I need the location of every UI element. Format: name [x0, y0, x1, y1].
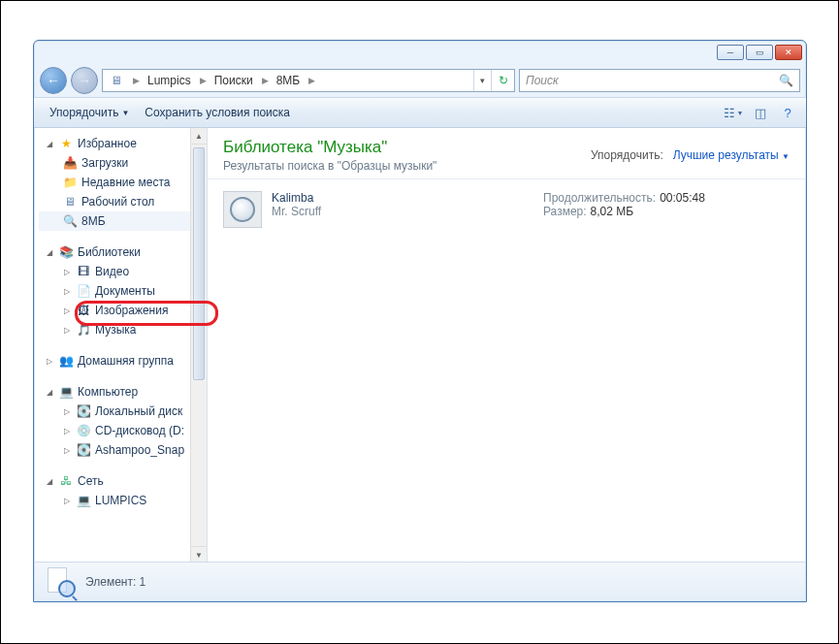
sidebar-favorites[interactable]: ◢★Избранное [39, 134, 190, 153]
sidebar-video[interactable]: ▷🎞Видео [39, 262, 190, 281]
help-button[interactable]: ? [777, 103, 798, 122]
disk-icon: 💽 [76, 403, 91, 419]
sidebar-desktop[interactable]: 🖥Рабочий стол [39, 192, 190, 211]
sidebar-network[interactable]: ◢🖧Сеть [39, 471, 190, 491]
status-text: Элемент: 1 [85, 575, 145, 589]
sidebar-computer[interactable]: ◢💻Компьютер [39, 382, 190, 402]
search-scope-label: Результаты поиска в "Образцы музыки" [223, 159, 591, 173]
status-bar: Элемент: 1 [35, 562, 805, 600]
organize-menu[interactable]: Упорядочить ▼ [42, 102, 137, 123]
chevron-right-icon: ▶ [260, 76, 271, 85]
network-icon: 🖧 [58, 473, 74, 489]
chevron-down-icon: ▼ [121, 109, 129, 117]
nav-sidebar: ◢★Избранное 📥Загрузки 📁Недавние места 🖥Р… [35, 128, 208, 563]
computer-icon: 💻 [58, 384, 74, 400]
sidebar-recent[interactable]: 📁Недавние места [39, 173, 190, 192]
file-item[interactable]: Kalimba Mr. Scruff Продолжительность: 00… [223, 191, 790, 228]
scroll-down-button[interactable]: ▼ [191, 546, 207, 563]
save-search-button[interactable]: Сохранить условия поиска [137, 102, 298, 123]
sort-label: Упорядочить: [591, 148, 663, 162]
scroll-up-button[interactable]: ▲ [191, 128, 207, 145]
document-icon: 📄 [76, 283, 91, 299]
maximize-button[interactable]: ▭ [746, 45, 773, 60]
back-button[interactable]: ← [40, 67, 67, 94]
address-dropdown[interactable]: ▾ [473, 70, 491, 91]
computer-icon: 🖥 [109, 73, 124, 88]
refresh-button[interactable]: ↻ [491, 70, 514, 91]
sidebar-ashampoo[interactable]: ▷💽Ashampoo_Snap [39, 440, 190, 460]
file-thumbnail [223, 191, 262, 228]
library-title: Библиотека "Музыка" [223, 138, 591, 157]
sidebar-cd-drive[interactable]: ▷💿CD-дисковод (D: [39, 421, 190, 440]
sidebar-documents[interactable]: ▷📄Документы [39, 281, 190, 301]
forward-button[interactable]: → [71, 67, 98, 94]
close-button[interactable]: ✕ [775, 45, 802, 60]
sidebar-net-lumpics[interactable]: ▷💻LUMPICS [39, 491, 190, 510]
sidebar-homegroup[interactable]: ▷👥Домашняя группа [39, 351, 190, 370]
size-label: Размер: [543, 205, 587, 218]
sidebar-local-disk[interactable]: ▷💽Локальный диск [39, 402, 190, 421]
content-pane: Библиотека "Музыка" Результаты поиска в … [208, 128, 805, 563]
search-placeholder: Поиск [526, 74, 559, 87]
video-icon: 🎞 [76, 264, 91, 279]
toolbar: Упорядочить ▼ Сохранить условия поиска ☷… [34, 97, 806, 128]
breadcrumb-seg[interactable]: Lumpics [142, 70, 198, 91]
chevron-right-icon: ▶ [307, 76, 317, 85]
sidebar-downloads[interactable]: 📥Загрузки [39, 153, 190, 173]
desktop-icon: 🖥 [62, 194, 78, 209]
search-input[interactable]: Поиск 🔍 [519, 69, 800, 92]
disk-icon: 💽 [76, 442, 91, 458]
size-value: 8,02 МБ [591, 205, 634, 218]
nav-row: ← → 🖥 ▶ Lumpics ▶ Поиски ▶ 8МБ ▶ ▾ ↻ Пои… [34, 64, 806, 97]
file-artist: Mr. Scruff [272, 205, 533, 218]
computer-icon: 💻 [76, 493, 91, 508]
folder-icon: 📁 [62, 175, 78, 190]
duration-label: Продолжительность: [543, 191, 656, 205]
scroll-thumb[interactable] [193, 147, 205, 380]
music-icon: 🎵 [76, 322, 91, 338]
breadcrumb-seg[interactable]: Поиски [209, 70, 260, 91]
view-options-button[interactable]: ☷ ▼ [723, 103, 744, 122]
file-name: Kalimba [272, 191, 533, 205]
sidebar-saved-search-8mb[interactable]: 🔍8МБ [39, 211, 190, 231]
sort-dropdown[interactable]: Лучшие результаты ▼ [673, 148, 790, 162]
preview-pane-button[interactable]: ◫ [750, 103, 771, 122]
search-icon: 🔍 [779, 74, 793, 87]
duration-value: 00:05:48 [660, 191, 705, 205]
star-icon: ★ [58, 136, 74, 151]
search-result-icon [45, 566, 76, 597]
chevron-right-icon: ▶ [131, 76, 142, 85]
image-icon: 🖼 [76, 303, 91, 318]
sidebar-scrollbar[interactable]: ▲ ▼ [190, 128, 207, 563]
cd-icon: 💿 [76, 423, 91, 438]
sidebar-images[interactable]: ▷🖼Изображения [39, 301, 190, 320]
libraries-icon: 📚 [58, 244, 74, 260]
titlebar: ─ ▭ ✕ [34, 41, 806, 64]
sidebar-libraries[interactable]: ◢📚Библиотеки [39, 242, 190, 262]
folder-icon: 📥 [62, 155, 78, 171]
homegroup-icon: 👥 [58, 353, 74, 369]
chevron-down-icon: ▼ [782, 152, 790, 161]
address-bar[interactable]: 🖥 ▶ Lumpics ▶ Поиски ▶ 8МБ ▶ ▾ ↻ [102, 69, 515, 92]
search-file-icon: 🔍 [62, 213, 78, 229]
chevron-right-icon: ▶ [198, 76, 209, 85]
breadcrumb-seg[interactable]: 8МБ [271, 70, 307, 91]
minimize-button[interactable]: ─ [717, 45, 744, 60]
sidebar-music[interactable]: ▷🎵Музыка [39, 320, 190, 339]
explorer-window: ─ ▭ ✕ ← → 🖥 ▶ Lumpics ▶ Поиски ▶ 8МБ ▶ ▾… [33, 40, 807, 602]
